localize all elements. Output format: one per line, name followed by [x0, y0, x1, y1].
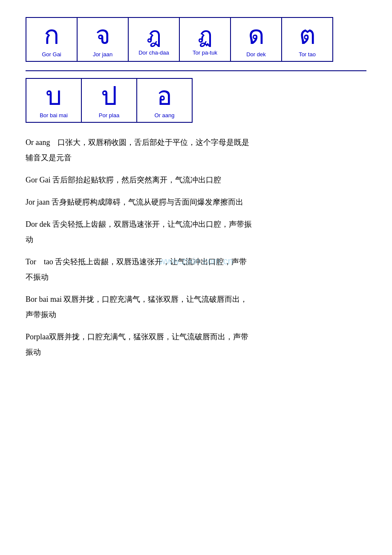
thai-char-dor-dek: ด	[235, 21, 277, 49]
thai-char-dor-cha-daa: ฎ	[133, 23, 175, 47]
char-cell-dor-cha-daa: ฎ Dor cha-daa	[128, 17, 179, 61]
char-label-por-plaa: Por plaa	[86, 112, 132, 119]
char-cell-or-aang: อ Or aang	[137, 78, 192, 122]
thai-char-tor-tao: ต	[286, 21, 328, 49]
thai-char-gor-gai: ก	[31, 21, 72, 49]
desc-bor-bai-mai: Bor bai mai 双唇并拢，口腔充满气，猛张双唇，让气流破唇而出，声带振动	[26, 292, 366, 322]
section-divider	[26, 70, 366, 71]
desc-gor-gai: Gor Gai 舌后部抬起贴软腭，然后突然离开，气流冲出口腔	[26, 172, 366, 188]
char-label-tor-tao: Tor tao	[286, 51, 328, 58]
char-label-jor-jaan: Jor jaan	[82, 51, 124, 58]
description-section: Or aang 口张大，双唇稍收圆，舌后部处于平位，这个字母是既是辅音又是元音 …	[26, 135, 366, 360]
thai-char-bor-bai-mai: บ	[31, 82, 77, 110]
desc-tor-tao: Tor tao 舌尖轻抵上齿龈，双唇迅速张开，让气流冲出口腔，声带不振动	[26, 254, 366, 285]
char-cell-dor-dek: ด Dor dek	[231, 17, 282, 61]
thai-char-jor-jaan: จ	[82, 21, 124, 49]
char-cell-tor-tao: ต Tor tao	[282, 17, 333, 61]
page-content: ก Gor Gai จ Jor jaan ฎ Dor cha-daa ฏ Tor…	[26, 17, 366, 360]
char-cell-jor-jaan: จ Jor jaan	[77, 17, 128, 61]
characters-table-row2: บ Bor bai mai ป Por plaa อ Or aang	[26, 78, 193, 123]
thai-char-tor-pa-tuk: ฏ	[184, 23, 226, 47]
char-label-gor-gai: Gor Gai	[31, 51, 72, 58]
char-label-or-aang: Or aang	[141, 112, 187, 119]
thai-char-or-aang: อ	[141, 82, 187, 110]
char-cell-bor-bai-mai: บ Bor bai mai	[26, 78, 81, 122]
char-label-bor-bai-mai: Bor bai mai	[31, 112, 77, 119]
desc-porplaa: Porplaa双唇并拢，口腔充满气，猛张双唇，让气流破唇而出，声带振动	[26, 329, 366, 360]
desc-or-aang: Or aang 口张大，双唇稍收圆，舌后部处于平位，这个字母是既是辅音又是元音	[26, 135, 366, 165]
characters-table-row1: ก Gor Gai จ Jor jaan ฎ Dor cha-daa ฏ Tor…	[26, 17, 333, 62]
thai-char-por-plaa: ป	[86, 82, 132, 110]
char-label-dor-cha-daa: Dor cha-daa	[133, 49, 175, 56]
char-cell-tor-pa-tuk: ฏ Tor pa-tuk	[179, 17, 231, 61]
char-cell-por-plaa: ป Por plaa	[81, 78, 137, 122]
desc-jor-jaan: Jor jaan 舌身贴硬腭构成障碍，气流从硬腭与舌面间爆发摩擦而出	[26, 194, 366, 210]
char-label-dor-dek: Dor dek	[235, 51, 277, 58]
char-cell-gor-gai: ก Gor Gai	[26, 17, 77, 61]
char-label-tor-pa-tuk: Tor pa-tuk	[184, 49, 226, 56]
desc-dor-dek: Dor dek 舌尖轻抵上齿龈，双唇迅速张开，让气流冲出口腔，声带振动	[26, 217, 366, 247]
